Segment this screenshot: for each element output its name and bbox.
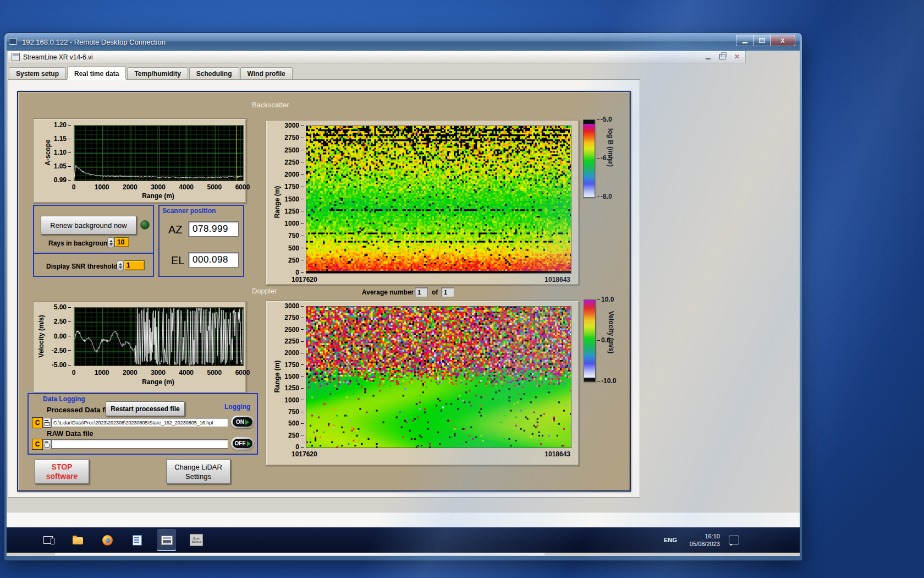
average-number-field[interactable]: 1 — [415, 287, 428, 297]
rdp-maximize-button[interactable] — [753, 35, 771, 46]
ascope-plot-area[interactable] — [74, 125, 244, 181]
taskbar-file-explorer-button[interactable] — [68, 529, 87, 551]
rdp-close-button[interactable]: X — [770, 35, 795, 46]
app-close-button[interactable]: ✕ — [734, 53, 740, 60]
tick-label: 1750 — [284, 183, 304, 190]
doppler-heatmap-canvas — [306, 307, 571, 448]
tab-temp-humidity[interactable]: Temp/humidity — [127, 67, 188, 79]
doppler-colorbar-ticks: 10.00.0-10.0 — [597, 299, 623, 381]
app-restore-button[interactable] — [719, 54, 725, 59]
backscatter-title: Backscatter — [252, 101, 289, 109]
raw-path-field[interactable] — [51, 439, 228, 449]
app-window-title: StreamLine XR v14-6.vi — [23, 53, 93, 61]
app-titlebar[interactable]: StreamLine XR v14-6.vi ✕ — [8, 51, 746, 63]
raw-drive-selector[interactable]: C — [32, 439, 43, 450]
rays-value-field[interactable]: 10 — [114, 237, 129, 247]
processed-path-field[interactable]: C:\Lidar\Data\Proc\2023\202308\20230805\… — [51, 418, 228, 427]
velocity-x-axis-label: Range (m) — [74, 378, 243, 386]
tick-label: -6.5 — [597, 154, 612, 162]
taskbar-clock[interactable]: 16:10 05/08/2023 — [690, 532, 720, 548]
tick-label: 3000 — [284, 302, 304, 310]
tick-label: 3000 — [284, 122, 304, 129]
backscatter-colorbar — [583, 119, 595, 198]
snr-value-field[interactable]: 1 — [124, 260, 145, 270]
data-logging-box: Data Logging Processed Data file Restart… — [28, 393, 258, 455]
raw-browse-icon[interactable] — [43, 439, 51, 449]
taskbar-streamline-app-button[interactable] — [157, 529, 176, 551]
tab-real-time-data[interactable]: Real time data — [67, 66, 126, 79]
tick-label: 5000 — [207, 183, 222, 191]
data-logging-title: Data Logging — [43, 395, 85, 403]
velocity-plot-area[interactable] — [74, 307, 244, 366]
processed-logging-toggle[interactable]: ON — [231, 416, 254, 428]
raw-data-file-label: RAW Data file — [47, 429, 94, 438]
velocity-y-axis-label: Velocity (m/s) — [37, 309, 45, 364]
doppler-plot-area[interactable] — [306, 306, 571, 448]
taskbar-firefox-button[interactable] — [98, 529, 117, 551]
tick-label: 10.0 — [597, 296, 614, 303]
tick-label: 1500 — [284, 373, 304, 380]
tab-page: A-scope 1.201.151.101.050.99 01000200030… — [8, 79, 640, 498]
close-icon: X — [780, 37, 784, 44]
taskbar-under-strip — [55, 553, 544, 555]
ascope-x-axis-label: Range (m) — [74, 192, 243, 200]
tick-label: -5.00 — [52, 361, 71, 369]
tick-label: 1250 — [284, 384, 304, 392]
renew-background-button[interactable]: Renew background now — [41, 216, 136, 235]
tick-label: 2750 — [284, 134, 304, 141]
tick-label: 2000 — [284, 349, 304, 357]
doppler-y-ticks: 3000275025002250200017501500125010007505… — [280, 306, 304, 447]
rdp-titlebar[interactable]: 192.168.0.122 - Remote Desktop Connectio… — [7, 33, 800, 51]
elevation-field[interactable]: 000.098 — [188, 252, 239, 268]
processed-browse-icon[interactable] — [43, 418, 51, 428]
tick-label: 0.99 — [54, 176, 71, 184]
of-number-field[interactable]: 1 — [441, 287, 454, 297]
processed-data-file-label: Processed Data file — [47, 406, 113, 414]
tick-label: 1.20 — [54, 121, 71, 129]
tick-label: 6000 — [235, 183, 250, 191]
notification-icon[interactable] — [729, 536, 739, 544]
rdp-window: 192.168.0.122 - Remote Desktop Connectio… — [4, 33, 802, 560]
tab-scheduling[interactable]: Scheduling — [189, 67, 239, 79]
doppler-graph: Range (m) 300027502500225020001750150012… — [266, 301, 579, 466]
maximize-icon — [759, 38, 765, 43]
raw-logging-toggle[interactable]: OFF — [231, 437, 254, 450]
tick-label: 4000 — [179, 369, 194, 377]
taskbar-scan-scheduler-button[interactable]: Scan Sched — [187, 529, 206, 551]
remote-session: StreamLine XR v14-6.vi ✕ System setup Re… — [7, 51, 800, 556]
taskbar-task-view-button[interactable] — [38, 529, 57, 551]
taskbar: Scan Sched ENG 16:10 05/08/2023 — [7, 527, 800, 553]
tick-label: 2250 — [284, 337, 304, 345]
tick-label: 500 — [288, 419, 304, 427]
azimuth-field[interactable]: 078.999 — [188, 221, 239, 237]
tick-label: 5000 — [207, 369, 222, 377]
ascope-graph: A-scope 1.201.151.101.050.99 01000200030… — [33, 118, 246, 203]
backscatter-colorbar-ticks: -5.0-6.5-8.0 — [597, 119, 620, 197]
tick-label: 2250 — [284, 159, 304, 166]
app-minimize-button[interactable] — [706, 58, 711, 59]
rays-spinner[interactable] — [107, 237, 114, 248]
taskbar-notepad-button[interactable] — [128, 529, 146, 551]
language-indicator[interactable]: ENG — [660, 533, 681, 547]
change-lidar-settings-button[interactable]: Change LiDARSettings — [166, 459, 230, 484]
snr-spinner[interactable] — [117, 260, 124, 271]
minimize-icon — [743, 42, 747, 43]
tick-label: 2500 — [284, 146, 304, 154]
rdp-minimize-button[interactable] — [736, 35, 754, 46]
stop-software-button[interactable]: STOPsoftware — [35, 459, 89, 484]
ascope-plot-canvas — [74, 126, 243, 181]
backscatter-colorbar-label: log B (/m/sr) — [607, 128, 614, 167]
backscatter-plot-area[interactable] — [306, 126, 571, 274]
ascope-x-ticks: 0100020003000400050006000 — [74, 183, 243, 191]
firefox-icon — [102, 535, 113, 546]
tab-system-setup[interactable]: System setup — [9, 67, 66, 79]
tick-label: 1000 — [284, 396, 304, 404]
restart-processed-file-button[interactable]: Restart processed file — [106, 401, 185, 416]
backscatter-y-ticks: 3000275025002250200017501500125010007505… — [280, 126, 304, 272]
of-label: of — [432, 288, 438, 296]
doppler-time-end: 1018643 — [511, 450, 570, 458]
tick-label: 750 — [288, 232, 304, 239]
processed-drive-selector[interactable]: C — [32, 417, 43, 428]
toggle-arrow-icon — [245, 419, 249, 425]
tab-wind-profile[interactable]: Wind profile — [240, 67, 293, 79]
